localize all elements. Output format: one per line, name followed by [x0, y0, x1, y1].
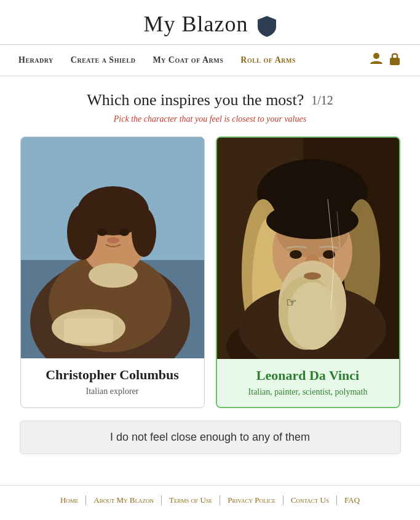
lock-icon[interactable] — [388, 51, 402, 69]
svg-point-12 — [107, 237, 119, 243]
davinci-portrait: ☞ — [217, 138, 399, 359]
question-row: Which one inspires you the most? 1/12 — [18, 91, 402, 109]
svg-point-0 — [373, 53, 379, 59]
site-footer: Home About My Blazon Terms of Use Privac… — [0, 485, 420, 515]
svg-point-35 — [304, 272, 321, 280]
nav-create-shield[interactable]: Create a Shield — [71, 55, 136, 65]
site-title: My Blazon — [144, 12, 277, 36]
question-subtitle: Pick the character that you feel is clos… — [18, 114, 402, 124]
davinci-name: Leonard Da Vinci — [224, 368, 392, 384]
main-content: Which one inspires you the most? 1/12 Pi… — [0, 76, 420, 485]
footer-privacy[interactable]: Privacy Police — [220, 495, 283, 505]
main-nav: Heradry Create a Shield My Coat of Arms … — [0, 45, 420, 76]
cards-row: Christopher Columbus Italian explorer — [18, 136, 402, 408]
card-columbus[interactable]: Christopher Columbus Italian explorer — [20, 136, 205, 408]
question-counter: 1/12 — [311, 93, 333, 108]
svg-point-10 — [97, 229, 107, 236]
none-button[interactable]: I do not feel close enough to any of the… — [20, 420, 401, 454]
site-header: My Blazon — [0, 0, 420, 45]
footer-about[interactable]: About My Blazon — [86, 495, 162, 505]
svg-point-9 — [132, 208, 156, 257]
svg-point-28 — [266, 202, 359, 239]
nav-heradry[interactable]: Heradry — [18, 55, 53, 65]
nav-roll-of-arms[interactable]: Roll of Arms — [240, 55, 296, 65]
svg-point-34 — [288, 282, 337, 350]
columbus-portrait — [21, 137, 204, 358]
footer-contact[interactable]: Contact Us — [283, 495, 337, 505]
svg-point-16 — [89, 263, 138, 288]
columbus-desc: Italian explorer — [28, 387, 197, 396]
svg-rect-1 — [390, 58, 400, 65]
nav-coat-of-arms[interactable]: My Coat of Arms — [153, 55, 223, 65]
footer-terms[interactable]: Terms of Use — [162, 495, 220, 505]
card-davinci[interactable]: ☞ Leonard Da Vinci Italian, painter, sci… — [216, 136, 400, 408]
footer-faq[interactable]: FAQ — [337, 495, 367, 505]
user-icon[interactable] — [370, 52, 383, 69]
title-text: My Blazon — [144, 12, 248, 36]
svg-point-8 — [67, 205, 98, 260]
svg-rect-14 — [64, 318, 113, 343]
columbus-card-body: Christopher Columbus Italian explorer — [21, 358, 204, 406]
svg-point-11 — [119, 229, 129, 236]
davinci-card-body: Leonard Da Vinci Italian, painter, scien… — [217, 359, 399, 407]
nav-icons — [370, 51, 402, 69]
columbus-painting — [21, 137, 204, 358]
nav-links: Heradry Create a Shield My Coat of Arms … — [18, 55, 296, 65]
question-text: Which one inspires you the most? — [87, 91, 304, 109]
columbus-name: Christopher Columbus — [28, 367, 197, 383]
davinci-desc: Italian, painter, scientist, polymath — [224, 387, 392, 397]
svg-point-29 — [290, 250, 302, 259]
footer-home[interactable]: Home — [53, 495, 86, 505]
davinci-painting — [217, 138, 399, 359]
shield-icon — [258, 16, 276, 37]
